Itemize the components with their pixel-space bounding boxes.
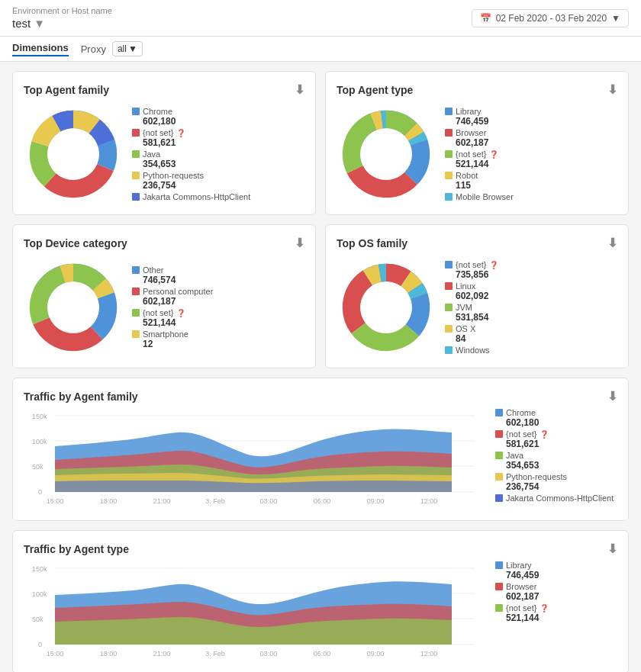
agent-family-donut [24,104,123,204]
svg-text:100k: 100k [32,590,47,598]
charts-row-1: Top Agent family ⬇ [12,71,629,215]
os-family-download[interactable]: ⬇ [607,236,617,250]
agent-type-svg [337,104,436,204]
svg-text:0: 0 [38,641,42,648]
agent-family-legend: Chrome 602,180 {not set} ❓ 581,621 [132,107,304,201]
agent-family-svg [24,104,123,204]
all-select[interactable]: all ▼ [112,41,143,56]
traffic-agent-family-section: 150k 100k 50k 0 15:00 [24,408,617,510]
notset3-dot [132,309,140,317]
legend-item-browser: Browser 602,187 [445,128,617,148]
taf-jakarta: Jakarta Commons-HttpClient [495,494,617,503]
smartphone-dot [132,330,140,338]
legend-item-robot: Robot 115 [445,171,617,191]
calendar-icon: 📅 [480,13,491,24]
traffic-agent-family-download[interactable]: ⬇ [607,389,617,404]
traffic-agent-family-title: Traffic by Agent family ⬇ [24,389,617,404]
info-icon3: ❓ [176,309,185,317]
os-family-svg [337,258,436,357]
legend-item-notset3: {not set} ❓ 521,144 [132,308,304,328]
info-icon: ❓ [176,129,185,137]
agent-type-donut [337,104,436,204]
filters-bar: Dimensions Proxy all ▼ [0,37,641,62]
svg-text:09:00: 09:00 [367,650,385,658]
taf-info-icon: ❓ [540,430,549,439]
legend-item-pc: Personal computer 602,187 [132,287,304,307]
device-category-donut [24,258,123,357]
legend-item-notset: {not set} ❓ 581,621 [132,128,304,148]
agent-type-card: Top Agent type ⬇ [325,71,629,215]
traffic-agent-type-title: Traffic by Agent type ⬇ [24,542,617,556]
svg-text:06:00: 06:00 [314,497,331,505]
traffic-agent-type-legend: Library 746,459 Browser 602,187 {not set… [495,561,617,623]
svg-text:50k: 50k [32,463,43,471]
taf-chrome-dot [495,409,503,416]
svg-text:12:00: 12:00 [420,497,438,505]
robot-dot [445,172,453,179]
tat-browser: Browser 602,187 [495,582,617,602]
svg-text:3. Feb: 3. Feb [205,497,225,505]
tat-browser-dot [495,583,503,590]
info-icon2: ❓ [489,150,498,159]
agent-type-download[interactable]: ⬇ [607,82,617,97]
info-icon4: ❓ [489,261,498,269]
env-select[interactable]: test ▼ [12,17,112,30]
python-dot [132,172,140,179]
svg-text:03:00: 03:00 [260,497,278,505]
device-category-download[interactable]: ⬇ [295,236,304,250]
linux-dot [445,282,453,290]
agent-type-title: Top Agent type ⬇ [337,82,617,97]
legend-item-mobile-browser: Mobile Browser [445,192,617,201]
env-label: Environment or Host name [12,6,112,15]
proxy-label: Proxy [81,43,106,55]
svg-text:50k: 50k [32,616,43,623]
legend-item-smartphone: Smartphone 12 [132,330,304,349]
taf-java: Java 354,653 [495,451,617,471]
env-value: test [12,17,31,30]
notset2-dot [445,150,453,158]
legend-item-notset2: {not set} ❓ 521,144 [445,150,617,169]
other-dot [132,266,140,274]
traffic-agent-family-chart: 150k 100k 50k 0 15:00 [24,408,483,507]
taf-jakarta-dot [495,494,503,502]
svg-text:150k: 150k [32,413,47,420]
osx-dot [445,325,453,333]
svg-point-22 [360,281,412,333]
traffic-agent-type-section: 150k 100k 50k 0 15:00 18:00 21:00 3. Feb [24,561,617,662]
top-bar: Environment or Host name test ▼ 📅 02 Feb… [0,0,641,37]
legend-item-osx: OS X 84 [445,324,617,344]
dimensions-tab[interactable]: Dimensions [12,42,69,56]
agent-family-download[interactable]: ⬇ [295,82,304,97]
svg-text:03:00: 03:00 [260,650,278,658]
svg-text:12:00: 12:00 [420,650,438,658]
svg-text:3. Feb: 3. Feb [205,650,225,658]
legend-item-linux: Linux 602,092 [445,281,617,301]
device-category-legend: Other 746,574 Personal computer 602,187 [132,265,304,349]
traffic-agent-type-download[interactable]: ⬇ [607,542,617,556]
tat-info-icon: ❓ [540,604,549,613]
mobile-browser-dot [445,193,453,201]
jakarta-dot [132,193,140,201]
date-range-text: 02 Feb 2020 - 03 Feb 2020 [496,13,607,24]
env-arrow: ▼ [34,17,45,30]
jvm-dot [445,304,453,311]
notset4-dot [445,261,453,268]
os-family-title: Top OS family ⬇ [337,236,617,250]
agent-family-title: Top Agent family ⬇ [24,82,304,97]
os-family-donut-section: {not set} ❓ 735,856 Linux 602,092 [337,258,617,357]
svg-point-5 [47,128,99,180]
taf-python-dot [495,473,503,481]
legend-item-other: Other 746,574 [132,265,304,285]
taf-notset: {not set} ❓ 581,621 [495,429,617,449]
traffic-agent-type-chart-wrap: 150k 100k 50k 0 15:00 18:00 21:00 3. Feb [24,561,483,662]
os-family-card: Top OS family ⬇ [325,224,629,368]
agent-type-legend: Library 746,459 Browser 602,187 [445,107,617,201]
svg-text:15:00: 15:00 [47,497,64,505]
main-content: Top Agent family ⬇ [0,62,641,672]
date-range[interactable]: 📅 02 Feb 2020 - 03 Feb 2020 ▼ [472,9,629,27]
tat-library: Library 746,459 [495,561,617,580]
taf-python: Python-requests 236,754 [495,472,617,492]
svg-text:18:00: 18:00 [100,497,118,505]
legend-item-jvm: JVM 531,854 [445,303,617,323]
library-dot [445,108,453,115]
